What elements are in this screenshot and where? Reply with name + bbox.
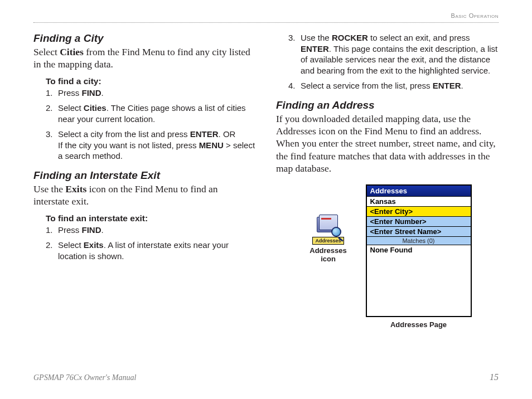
addresses-screen-block: Addresses Kansas <Enter City> <Enter Num…	[366, 184, 472, 329]
text: Addresses	[309, 246, 346, 255]
screen-titlebar: Addresses	[367, 186, 471, 197]
instr-find-city: To find a city: Press FIND. Select Citie…	[33, 76, 256, 162]
addresses-icon-caption: Addresses icon	[309, 247, 346, 264]
addresses-screen-caption: Addresses Page	[366, 320, 472, 329]
bold-cities: Cities	[60, 46, 84, 57]
bold-enter: ENTER	[433, 81, 461, 90]
text: .	[101, 88, 104, 98]
screen-none-found: None Found	[367, 245, 471, 255]
header-rule	[33, 22, 499, 23]
text: Select	[33, 46, 60, 57]
instr-title: To find an interstate exit:	[46, 213, 256, 223]
screen-row-number: <Enter Number>	[367, 217, 471, 227]
content-columns: Finding a City Select Cities from the Fi…	[33, 16, 499, 329]
para-finding-address: If you downloaded detailed mapping data,…	[276, 113, 499, 175]
steps-list-continued: Use the ROCKER to select an exit, and pr…	[288, 32, 499, 91]
left-column: Finding a City Select Cities from the Fi…	[33, 32, 256, 329]
bold-exits: Exits	[65, 183, 86, 194]
text: Select	[58, 103, 84, 113]
text: Select a service from the list, press	[301, 81, 433, 90]
step-4: Select a service from the list, press EN…	[288, 80, 499, 91]
text: Use the	[301, 33, 332, 42]
bold-enter: ENTER	[190, 129, 219, 139]
screen-row-city: <Enter City>	[367, 207, 471, 217]
text: to select an exit, and press	[368, 33, 470, 42]
addresses-screen: Addresses Kansas <Enter City> <Enter Num…	[366, 184, 472, 317]
screen-blank-area	[367, 255, 471, 316]
text: Press	[58, 225, 82, 235]
bold-exits: Exits	[84, 240, 104, 250]
step-1: Press FIND.	[46, 225, 256, 236]
screen-matches: Matches (0)	[367, 237, 471, 245]
text: If the city you want is not listed, pres…	[58, 140, 199, 150]
heading-finding-exit: Finding an Interstate Exit	[33, 169, 256, 182]
bold-find: FIND	[82, 88, 101, 98]
step-1: Press FIND.	[46, 87, 256, 99]
text: Use the	[33, 183, 65, 194]
bold-enter: ENTER	[301, 44, 329, 53]
text: .	[101, 225, 104, 235]
step-2: Select Exits. A list of interstate exits…	[46, 240, 256, 261]
section-header: Basic Operation	[451, 12, 499, 19]
screen-row-street: <Enter Street Name>	[367, 227, 471, 237]
bold-cities: Cities	[84, 103, 107, 113]
steps-list: Press FIND. Select Exits. A list of inte…	[46, 225, 256, 262]
bold-find: FIND	[82, 225, 101, 235]
text: icon	[321, 255, 336, 263]
text: .	[461, 81, 463, 90]
addresses-icon-block: Addresses Addresses icon	[303, 215, 354, 264]
instr-exit-continued: Use the ROCKER to select an exit, and pr…	[276, 32, 499, 91]
step-3: Select a city from the list and press EN…	[46, 129, 256, 162]
steps-list: Press FIND. Select Cities. The Cities pa…	[46, 87, 256, 162]
right-column: Use the ROCKER to select an exit, and pr…	[276, 32, 499, 329]
text: Select	[58, 240, 84, 250]
step-3: Use the ROCKER to select an exit, and pr…	[288, 32, 499, 76]
text: Press	[58, 88, 82, 98]
heading-finding-address: Finding an Address	[276, 99, 499, 111]
para-finding-city: Select Cities from the Find Menu to find…	[33, 46, 256, 71]
heading-finding-city: Finding a City	[33, 32, 256, 45]
instr-find-exit: To find an interstate exit: Press FIND. …	[33, 213, 256, 262]
figure-row: Addresses Addresses icon Addresses Kansa…	[276, 184, 499, 329]
para-finding-exit: Use the Exits icon on the Find Menu to f…	[33, 183, 256, 208]
footer-page-number: 15	[490, 372, 499, 382]
bold-rocker: ROCKER	[332, 33, 368, 42]
text: . OR	[219, 129, 236, 139]
step-2: Select Cities. The Cities page shows a l…	[46, 103, 256, 124]
addresses-icon	[317, 215, 340, 236]
text: . This page contains the exit descriptio…	[301, 44, 497, 75]
text: Select a city from the list and press	[58, 129, 190, 139]
screen-row-state: Kansas	[367, 197, 471, 207]
instr-title: To find a city:	[46, 76, 256, 86]
footer-manual-title: GPSMAP 76Cx Owner's Manual	[33, 373, 136, 382]
bold-menu: MENU	[199, 140, 224, 150]
